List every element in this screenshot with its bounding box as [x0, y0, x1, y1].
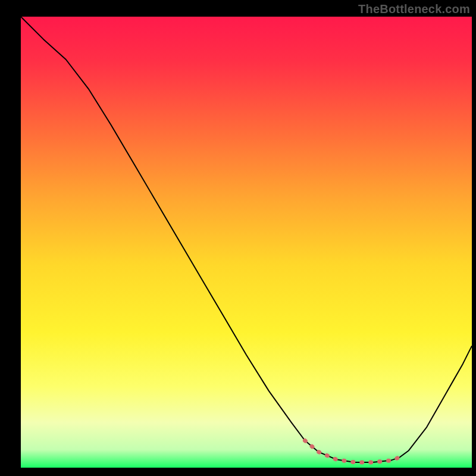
chart-container: TheBottleneck.com — [0, 0, 476, 476]
plot-area — [21, 17, 472, 468]
chart-svg — [21, 17, 472, 468]
gradient-background — [21, 17, 472, 468]
watermark-text: TheBottleneck.com — [358, 2, 470, 16]
